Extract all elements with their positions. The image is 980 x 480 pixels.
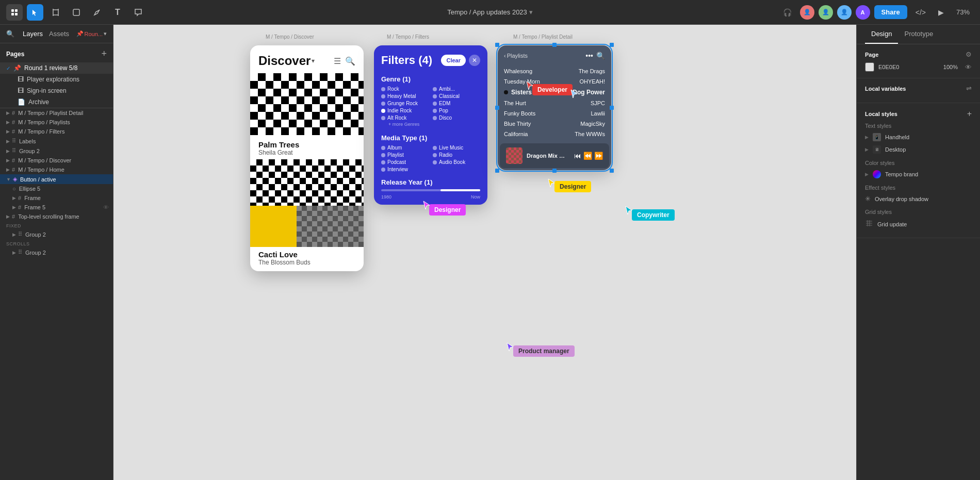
play-button[interactable]: ▶ [934, 6, 948, 19]
add-style-button[interactable]: + [967, 109, 972, 119]
style-overlay-shadow[interactable]: ✳ Overlay drop shadow [865, 193, 972, 205]
toolbar: T Tempo / App updates 2023 ▾ 🎧 👤 👤 👤 A S… [0, 0, 980, 25]
filter-classical[interactable]: Classical [433, 93, 480, 99]
more-genres[interactable]: + more Genres [381, 121, 480, 128]
fast-forward-button[interactable]: ⏩ [594, 152, 603, 160]
text-tool[interactable]: T [109, 4, 126, 21]
layer-frame5[interactable]: ▶ # Frame 5 👁 [0, 203, 113, 212]
page-round1[interactable]: ✓ 📌 Round 1 review 5/8 [0, 62, 113, 74]
text-styles-group: Text styles ▶ 📱 Handheld ▶ 🖥 Desktop [865, 123, 972, 156]
layer-scrolling-frame[interactable]: ▶ # Top-level scrolling frame [0, 212, 113, 221]
tab-design[interactable]: Design [865, 25, 898, 44]
svg-rect-3 [15, 13, 18, 15]
page-archive[interactable]: 📄 Archive [0, 96, 113, 108]
filter-indierock[interactable]: Indie Rock [381, 108, 429, 113]
zoom-level[interactable]: 73% [952, 6, 974, 18]
layer-discover[interactable]: ▶ # M / Tempo / Discover [0, 156, 113, 165]
filter-rock[interactable]: Rock [381, 86, 429, 92]
pen-tool[interactable] [89, 4, 105, 21]
developer-cursor [525, 80, 535, 93]
headphone-icon[interactable]: 🎧 [779, 6, 796, 19]
track-whalesong[interactable]: Whalesong The Drags [498, 66, 611, 76]
track-california[interactable]: California The WWWs [498, 129, 611, 139]
search-icon[interactable]: 🔍 [6, 30, 14, 38]
filter-altrock[interactable]: Alt Rock [381, 115, 429, 121]
right-tabs: Design Prototype [857, 25, 980, 44]
shape-tool[interactable] [68, 4, 85, 21]
more-icon[interactable]: ••• [585, 52, 593, 60]
canvas[interactable]: M / Tempo / Discover M / Tempo / Filters… [113, 25, 856, 480]
filter-edm[interactable]: EDM [433, 101, 480, 106]
page-opacity: 100% [943, 64, 958, 70]
layer-group2a[interactable]: ▶ ⠿ Group 2 [0, 146, 113, 156]
track-bluethirty[interactable]: Blue Thirty MagicSky [498, 119, 611, 129]
layer-filters[interactable]: ▶ # M / Tempo / Filters [0, 127, 113, 136]
filter-playlist[interactable]: Playlist [381, 152, 429, 158]
year-slider[interactable] [381, 189, 480, 191]
layer-playlists[interactable]: ▶ # M / Tempo / Playlists [0, 118, 113, 127]
share-button[interactable]: Share [874, 5, 907, 19]
component-icon: ◈ [13, 176, 17, 183]
filter-audiobook[interactable]: Audio Book [433, 159, 480, 165]
filter-pop[interactable]: Pop [433, 108, 480, 113]
layer-button-active[interactable]: ▼ ◈ Button / active [0, 174, 113, 184]
filter-heavymetal[interactable]: Heavy Metal [381, 93, 429, 99]
track-hurt[interactable]: The Hurt SJPC [498, 98, 611, 108]
tab-prototype[interactable]: Prototype [898, 25, 939, 44]
search-icon[interactable]: 🔍 [345, 56, 355, 66]
layer-group2b[interactable]: ▶ ⠿ Group 2 [0, 229, 113, 239]
page-player[interactable]: 🎞 Player explorations [0, 74, 113, 85]
bottom-section [250, 206, 364, 247]
playlist-phone: ‹ Playlists ••• 🔍 Whaleso [498, 45, 611, 170]
local-vars-icon[interactable]: ⇌ [966, 85, 972, 92]
layer-group2c[interactable]: ▶ ⠿ Group 2 [0, 247, 113, 257]
pin-section[interactable]: 📌 Roun... ▾ [76, 30, 107, 37]
filter-icon[interactable]: ☰ [334, 56, 341, 66]
filter-livemusic[interactable]: Live Music [433, 145, 480, 151]
page-settings-icon[interactable]: ⚙ [966, 51, 972, 58]
handle-bl[interactable] [495, 169, 499, 173]
svg-rect-2 [11, 13, 14, 15]
prev-button[interactable]: ⏮ [574, 152, 581, 160]
comment-tool[interactable] [130, 4, 146, 21]
style-desktop[interactable]: ▶ 🖥 Desktop [865, 143, 972, 156]
layer-playlist-detail[interactable]: ▶ # M / Tempo / Playlist Detail [0, 108, 113, 118]
style-tempo-brand[interactable]: ▶ Tempo brand [865, 168, 972, 180]
album-art-1 [250, 73, 364, 135]
rewind-button[interactable]: ⏪ [583, 152, 592, 160]
layer-frame[interactable]: ▶ # Frame [0, 193, 113, 203]
handle-br[interactable] [610, 169, 614, 173]
filter-disco[interactable]: Disco [433, 115, 480, 121]
main-menu-button[interactable] [6, 4, 23, 21]
handle-tl[interactable] [495, 43, 499, 47]
filter-grungerock[interactable]: Grunge Rock [381, 101, 429, 106]
track-funky[interactable]: Funky Boots Lawlii [498, 108, 611, 119]
back-button[interactable]: ‹ Playlists [504, 53, 528, 59]
code-view-button[interactable]: </> [911, 6, 930, 19]
filter-podcast[interactable]: Podcast [381, 159, 429, 165]
layer-home[interactable]: ▶ # M / Tempo / Home [0, 165, 113, 174]
filter-album[interactable]: Album [381, 145, 429, 151]
visibility-icon[interactable]: 👁 [965, 63, 972, 71]
select-tool[interactable] [27, 4, 43, 21]
clear-button[interactable]: Clear [441, 55, 466, 66]
layer-ellipse5[interactable]: ○ Ellipse 5 [0, 184, 113, 193]
add-page-button[interactable]: + [101, 48, 107, 59]
handle-tr[interactable] [610, 43, 614, 47]
layer-labels[interactable]: ▶ ⠿ Labels [0, 136, 113, 146]
effect-icon: ✳ [865, 195, 871, 203]
filter-radio[interactable]: Radio [433, 152, 480, 158]
tab-assets[interactable]: Assets [49, 29, 69, 39]
filter-ambi[interactable]: Ambi... [433, 86, 480, 92]
tab-layers[interactable]: Layers [23, 29, 43, 39]
close-button[interactable]: ✕ [469, 55, 480, 66]
visibility-icon[interactable]: 👁 [103, 204, 109, 210]
page-signin[interactable]: 🎞 Sign-in screen [0, 85, 113, 96]
style-handheld[interactable]: ▶ 📱 Handheld [865, 131, 972, 143]
page-color-swatch[interactable] [865, 62, 874, 72]
search-icon[interactable]: 🔍 [596, 52, 605, 60]
filter-interview[interactable]: Interview [381, 167, 429, 172]
style-grid-update[interactable]: Grid update [865, 217, 972, 231]
desktop-label: Desktop [885, 146, 906, 153]
frame-tool[interactable] [47, 4, 64, 21]
